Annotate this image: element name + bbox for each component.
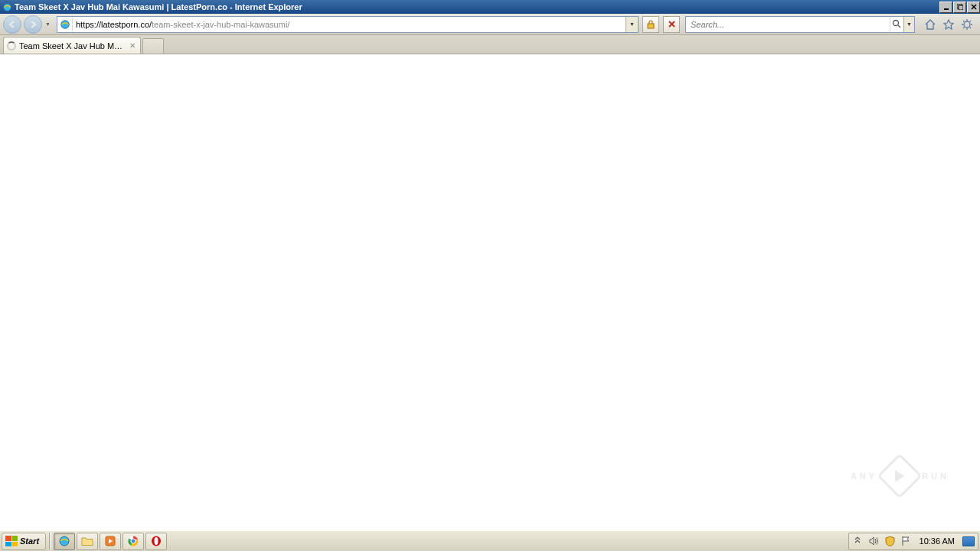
back-button[interactable] bbox=[3, 15, 21, 34]
tray-volume-icon[interactable] bbox=[868, 536, 880, 547]
taskbar-app-explorer[interactable] bbox=[77, 533, 98, 550]
search-bar[interactable]: ▼ bbox=[685, 16, 915, 33]
address-bar[interactable]: https://latestporn.co/team-skeet-x-jav-h… bbox=[57, 16, 639, 33]
svg-rect-5 bbox=[648, 24, 654, 28]
search-button[interactable] bbox=[890, 17, 903, 32]
window-title: Team Skeet X Jav Hub Mai Kawasumi | Late… bbox=[15, 2, 939, 11]
window-titlebar: Team Skeet X Jav Hub Mai Kawasumi | Late… bbox=[0, 0, 980, 14]
tray-expand-icon[interactable] bbox=[852, 536, 864, 547]
favorites-icon[interactable] bbox=[942, 18, 956, 31]
url-path: team-skeet-x-jav-hub-mai-kawasumi/ bbox=[152, 20, 289, 29]
nav-history-dropdown[interactable]: ▼ bbox=[44, 16, 51, 33]
tray-shield-icon[interactable] bbox=[884, 536, 896, 547]
taskbar-app-ie[interactable] bbox=[54, 533, 75, 550]
new-tab-button[interactable] bbox=[142, 38, 164, 54]
site-icon bbox=[57, 17, 73, 32]
url-domain: https://latestporn.co/ bbox=[76, 20, 152, 29]
windows-flag-icon bbox=[5, 536, 18, 546]
close-button[interactable] bbox=[967, 2, 980, 13]
taskbar-separator bbox=[49, 533, 51, 549]
browser-tab[interactable]: Team Skeet X Jav Hub Mai K... ✕ bbox=[3, 37, 141, 54]
toolbar-right bbox=[923, 18, 974, 31]
search-input[interactable] bbox=[686, 20, 890, 29]
loading-spinner-icon bbox=[7, 41, 16, 51]
svg-point-7 bbox=[964, 21, 970, 28]
security-lock-button[interactable] bbox=[642, 16, 659, 33]
maximize-button[interactable] bbox=[953, 2, 966, 13]
taskbar: Start 10:36 AM bbox=[0, 530, 980, 551]
navigation-bar: ▼ https://latestporn.co/team-skeet-x-jav… bbox=[0, 14, 980, 35]
svg-rect-1 bbox=[944, 8, 949, 10]
watermark-right: RUN bbox=[922, 471, 949, 481]
start-button[interactable]: Start bbox=[2, 533, 46, 550]
watermark: ANY RUN bbox=[851, 460, 949, 492]
forward-button[interactable] bbox=[24, 15, 42, 34]
address-input[interactable]: https://latestporn.co/team-skeet-x-jav-h… bbox=[73, 20, 626, 29]
ie-icon bbox=[2, 2, 12, 12]
svg-point-13 bbox=[155, 537, 158, 545]
svg-point-11 bbox=[131, 539, 136, 543]
tab-label: Team Skeet X Jav Hub Mai K... bbox=[19, 41, 125, 51]
svg-rect-3 bbox=[959, 5, 963, 10]
svg-point-6 bbox=[893, 21, 899, 26]
tray-show-desktop[interactable] bbox=[962, 536, 975, 546]
search-dropdown[interactable]: ▼ bbox=[903, 17, 914, 32]
start-label: Start bbox=[20, 536, 39, 546]
taskbar-app-opera[interactable] bbox=[145, 533, 167, 550]
tab-bar: Team Skeet X Jav Hub Mai K... ✕ bbox=[0, 35, 980, 54]
taskbar-app-chrome[interactable] bbox=[122, 533, 144, 550]
home-icon[interactable] bbox=[923, 18, 937, 31]
tools-icon[interactable] bbox=[960, 18, 974, 31]
tray-clock[interactable]: 10:36 AM bbox=[916, 536, 958, 546]
tray-flag-icon[interactable] bbox=[900, 536, 912, 547]
minimize-button[interactable] bbox=[939, 2, 952, 13]
watermark-play-icon bbox=[877, 453, 922, 498]
address-dropdown[interactable]: ▼ bbox=[626, 17, 638, 32]
window-controls bbox=[939, 2, 980, 13]
system-tray: 10:36 AM bbox=[848, 533, 978, 550]
stop-button[interactable] bbox=[663, 16, 680, 33]
page-content: ANY RUN bbox=[0, 54, 980, 530]
watermark-left: ANY bbox=[851, 471, 877, 481]
taskbar-app-media[interactable] bbox=[100, 533, 121, 550]
tab-close-button[interactable]: ✕ bbox=[128, 41, 137, 51]
